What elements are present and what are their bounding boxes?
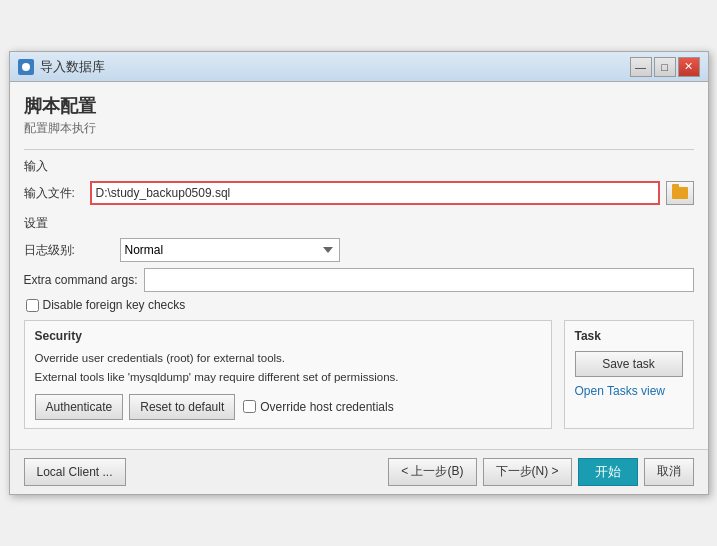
main-content: 脚本配置 配置脚本执行 输入 输入文件: 设置 日志级别: Normal Ver… xyxy=(10,82,708,449)
task-title: Task xyxy=(575,329,683,343)
browse-button[interactable] xyxy=(666,181,694,205)
prev-button[interactable]: < 上一步(B) xyxy=(388,458,476,486)
maximize-button[interactable]: □ xyxy=(654,57,676,77)
log-level-row: 日志级别: Normal Verbose Debug xyxy=(24,238,694,262)
svg-point-0 xyxy=(22,63,30,71)
settings-section: 设置 日志级别: Normal Verbose Debug Extra comm… xyxy=(24,215,694,312)
disable-fk-checkbox[interactable] xyxy=(26,299,39,312)
page-title: 脚本配置 xyxy=(24,94,694,118)
open-tasks-link[interactable]: Open Tasks view xyxy=(575,384,666,398)
folder-icon xyxy=(672,187,688,199)
extra-args-row: Extra command args: xyxy=(24,268,694,292)
minimize-button[interactable]: — xyxy=(630,57,652,77)
disable-fk-label[interactable]: Disable foreign key checks xyxy=(43,298,186,312)
file-input-row: 输入文件: xyxy=(24,181,694,205)
footer-left: Local Client ... xyxy=(24,458,126,486)
titlebar-controls: — □ ✕ xyxy=(630,57,700,77)
close-button[interactable]: ✕ xyxy=(678,57,700,77)
file-input-label: 输入文件: xyxy=(24,185,84,202)
extra-args-label: Extra command args: xyxy=(24,273,138,287)
footer: Local Client ... < 上一步(B) 下一步(N) > 开始 取消 xyxy=(10,449,708,494)
footer-right: < 上一步(B) 下一步(N) > 开始 取消 xyxy=(388,458,693,486)
start-button[interactable]: 开始 xyxy=(578,458,638,486)
reset-default-button[interactable]: Reset to default xyxy=(129,394,235,420)
titlebar-left: 导入数据库 xyxy=(18,58,105,76)
local-client-button[interactable]: Local Client ... xyxy=(24,458,126,486)
page-subtitle: 配置脚本执行 xyxy=(24,120,694,137)
cancel-button[interactable]: 取消 xyxy=(644,458,694,486)
settings-section-label: 设置 xyxy=(24,215,694,232)
main-window: 导入数据库 — □ ✕ 脚本配置 配置脚本执行 输入 输入文件: 设置 日志级别… xyxy=(9,51,709,495)
override-host-row: Override host credentials xyxy=(243,400,393,414)
security-text: Override user credentials (root) for ext… xyxy=(35,349,541,386)
log-level-dropdown[interactable]: Normal Verbose Debug xyxy=(120,238,340,262)
security-text-2: External tools like 'mysqldump' may requ… xyxy=(35,371,399,383)
titlebar: 导入数据库 — □ ✕ xyxy=(10,52,708,82)
save-task-button[interactable]: Save task xyxy=(575,351,683,377)
security-title: Security xyxy=(35,329,541,343)
security-section: Security Override user credentials (root… xyxy=(24,320,552,429)
override-host-checkbox[interactable] xyxy=(243,400,256,413)
override-host-label[interactable]: Override host credentials xyxy=(260,400,393,414)
disable-fk-row: Disable foreign key checks xyxy=(26,298,694,312)
bottom-section: Security Override user credentials (root… xyxy=(24,320,694,429)
security-buttons: Authenticate Reset to default Override h… xyxy=(35,394,541,420)
security-text-1: Override user credentials (root) for ext… xyxy=(35,352,286,364)
app-icon xyxy=(18,59,34,75)
task-section: Task Save task Open Tasks view xyxy=(564,320,694,429)
divider-1 xyxy=(24,149,694,150)
window-title: 导入数据库 xyxy=(40,58,105,76)
authenticate-button[interactable]: Authenticate xyxy=(35,394,124,420)
log-level-label: 日志级别: xyxy=(24,242,114,259)
next-button[interactable]: 下一步(N) > xyxy=(483,458,572,486)
input-section-label: 输入 xyxy=(24,158,694,175)
extra-args-input[interactable] xyxy=(144,268,694,292)
file-input[interactable] xyxy=(90,181,660,205)
